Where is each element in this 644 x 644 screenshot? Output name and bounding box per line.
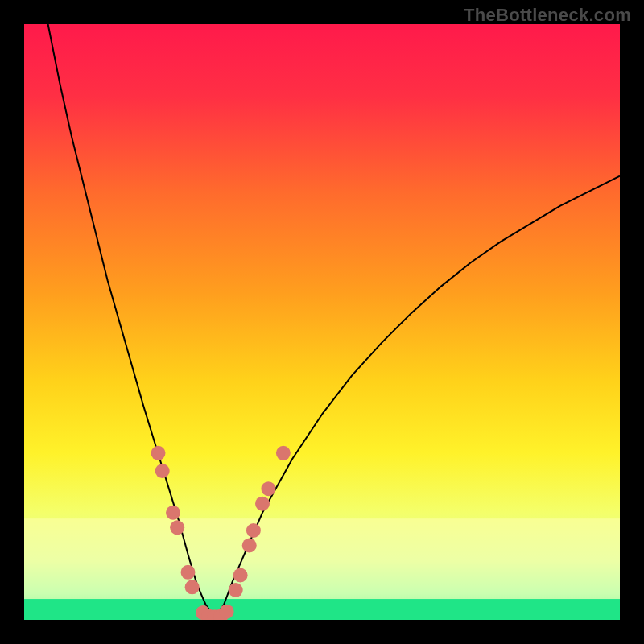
green-band xyxy=(24,599,620,620)
highlight-dot xyxy=(220,605,234,619)
highlight-dot xyxy=(151,446,166,460)
chart-area xyxy=(24,24,620,620)
highlight-dot xyxy=(246,523,261,538)
highlight-dot xyxy=(185,580,200,594)
watermark-text: TheBottleneck.com xyxy=(464,5,631,26)
highlight-dot xyxy=(181,565,196,580)
highlight-dot xyxy=(233,568,248,583)
highlight-dot xyxy=(229,583,243,597)
highlight-dot xyxy=(261,481,275,496)
bottleneck-chart xyxy=(24,24,620,620)
pale-band xyxy=(24,518,620,599)
highlight-dot xyxy=(166,506,180,520)
highlight-dot xyxy=(276,446,291,460)
highlight-dot xyxy=(155,464,170,478)
highlight-dot xyxy=(242,539,257,553)
highlight-dot xyxy=(255,497,270,511)
highlight-dot xyxy=(170,520,184,535)
